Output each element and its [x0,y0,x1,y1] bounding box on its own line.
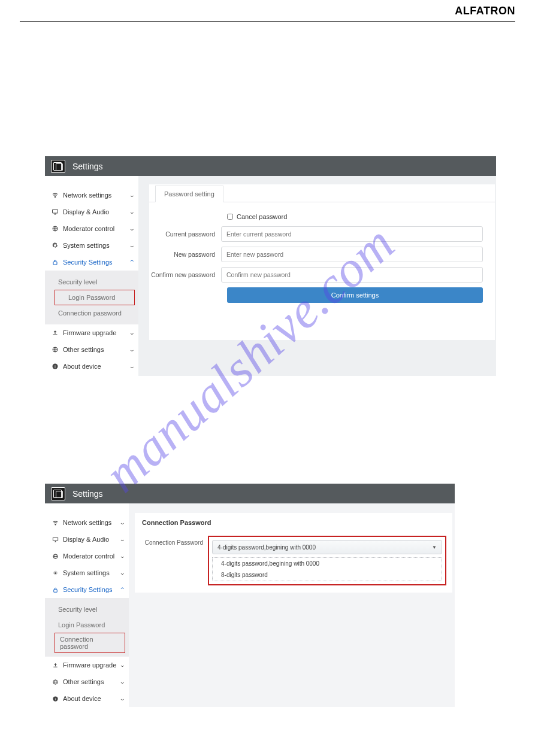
sidebar-item-label: System settings [63,242,130,249]
sidebar-item-moderator[interactable]: Moderator control ⌄ [45,548,129,564]
chevron-down-icon: ⌄ [129,330,135,336]
new-password-input[interactable] [221,247,483,262]
sidebar-item-firmware[interactable]: Firmware upgrade ⌄ [45,324,138,341]
connection-password-select[interactable]: 4-digits password,begining with 0000 ▼ [212,540,442,554]
chevron-down-icon: ⌄ [119,536,126,542]
svg-point-0 [55,196,55,197]
sidebar: Network settings ⌄ Display & Audio ⌄ Mod… [45,176,138,376]
monitor-icon [51,536,59,543]
sidebar-item-label: Security Settings [63,586,120,593]
sub-item-security-level[interactable]: Security level [45,602,129,617]
chevron-down-icon: ⌄ [119,696,126,702]
titlebar: Settings [45,156,496,176]
sub-item-connection-password[interactable]: Connection password [55,633,125,653]
cancel-password-label: Cancel password [237,213,287,220]
sidebar-item-label: Other settings [63,346,130,353]
chevron-down-icon: ⌄ [129,347,135,353]
sidebar-item-label: System settings [63,569,120,576]
content-area: Password setting Cancel password Current… [138,176,496,376]
sidebar-item-about[interactable]: i About device ⌄ [45,690,129,707]
sidebar-item-moderator[interactable]: Moderator control ⌄ [45,220,138,237]
sidebar-item-network[interactable]: Network settings ⌄ [45,187,138,204]
sidebar-item-label: Moderator control [63,225,130,232]
chevron-down-icon: ⌄ [119,553,126,559]
chevron-down-icon: ⌄ [129,209,135,215]
option-4-digits[interactable]: 4-digits password,begining with 0000 [213,558,442,569]
sidebar-item-system[interactable]: System settings ⌄ [45,564,129,581]
sidebar-item-label: About device [63,363,130,370]
confirm-password-label: Confirm new password [149,271,221,278]
confirm-password-input[interactable] [221,267,483,283]
current-password-input[interactable] [221,226,483,242]
chevron-down-icon: ⌄ [129,226,135,232]
confirm-settings-button[interactable]: Confirm settings [227,287,483,303]
lock-icon [51,587,59,593]
sidebar-item-label: Moderator control [63,552,120,560]
sidebar-item-label: Firmware upgrade [63,329,130,336]
lock-icon [51,259,59,266]
sidebar-item-label: Network settings [63,519,120,526]
sidebar-item-label: Display & Audio [63,536,120,543]
section-title: Connection Password [141,519,446,526]
chevron-up-icon: ⌃ [119,587,126,593]
svg-rect-3 [53,262,57,265]
sidebar-item-other[interactable]: Other settings ⌄ [45,673,129,690]
cancel-password-checkbox[interactable] [227,214,233,220]
sidebar-item-label: Other settings [63,678,120,685]
sidebar-item-label: About device [63,695,120,702]
sidebar-item-network[interactable]: Network settings ⌄ [45,514,129,531]
wifi-icon [51,520,59,526]
tab-password-setting[interactable]: Password setting [155,186,223,202]
device-icon [51,487,65,500]
chevron-down-icon: ⌄ [119,662,126,668]
monitor-icon [51,208,59,215]
caret-down-icon: ▼ [432,545,437,550]
content-area: Connection Password Connection Password … [129,503,455,707]
sidebar-item-security[interactable]: Security Settings ⌃ [45,254,138,271]
chevron-down-icon: ⌄ [129,363,135,369]
sidebar: Network settings ⌄ Display & Audio ⌄ Mod… [45,503,129,707]
settings-panel-login-password: Settings Network settings ⌄ Display & Au… [45,156,496,376]
info-icon: i [51,696,59,702]
sub-item-connection-password[interactable]: Connection password [45,305,138,321]
wifi-icon [51,192,59,199]
sidebar-item-security[interactable]: Security Settings ⌃ [45,581,129,598]
sidebar-item-label: Display & Audio [63,208,130,215]
sidebar-item-label: Network settings [63,192,130,199]
sidebar-item-display[interactable]: Display & Audio ⌄ [45,204,138,220]
upload-icon [51,329,59,336]
option-8-digits[interactable]: 8-digits password [213,569,442,581]
sidebar-item-other[interactable]: Other settings ⌄ [45,341,138,358]
globe-icon [51,225,59,232]
connection-password-option-list: 4-digits password,begining with 0000 8-d… [212,557,442,581]
new-password-label: New password [149,251,221,258]
connection-password-label: Connection Password [141,536,208,546]
chevron-down-icon: ⌄ [119,679,126,685]
sub-item-login-password[interactable]: Login Password [55,290,135,305]
sidebar-item-about[interactable]: i About device ⌄ [45,358,138,375]
current-password-label: Current password [149,230,221,238]
security-submenu: Security level Login Password Connection… [45,598,129,657]
connection-password-combo-highlight: 4-digits password,begining with 0000 ▼ 4… [208,536,446,585]
svg-text:i: i [55,697,55,700]
svg-point-7 [55,524,55,524]
chevron-down-icon: ⌄ [119,570,126,576]
gear-icon [51,242,59,249]
brand-logo: ALFATRON [455,5,515,17]
gear-icon [51,570,59,576]
device-icon [51,160,65,173]
sidebar-item-firmware[interactable]: Firmware upgrade ⌄ [45,657,129,673]
sidebar-item-display[interactable]: Display & Audio ⌄ [45,531,129,548]
chevron-down-icon: ⌄ [129,242,135,248]
page-title: Settings [72,162,103,171]
globe-icon [51,679,59,685]
sidebar-item-label: Firmware upgrade [63,661,120,669]
sidebar-item-system[interactable]: System settings ⌄ [45,237,138,254]
sidebar-item-label: Security Settings [63,259,130,266]
sub-item-login-password[interactable]: Login Password [45,617,129,633]
sub-item-security-level[interactable]: Security level [45,274,138,290]
globe-icon [51,346,59,353]
select-value: 4-digits password,begining with 0000 [217,544,316,551]
globe-icon [51,553,59,560]
security-submenu: Security level Login Password Connection… [45,271,138,324]
